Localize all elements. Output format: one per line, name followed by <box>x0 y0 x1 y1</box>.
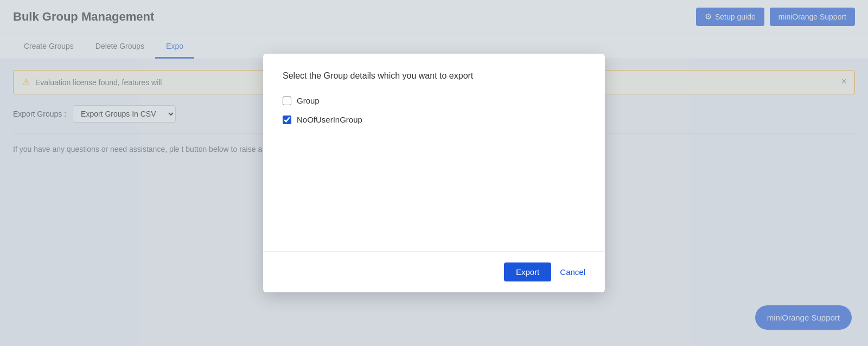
export-button[interactable]: Export <box>504 262 551 281</box>
checkbox-group[interactable] <box>283 97 291 105</box>
cancel-button[interactable]: Cancel <box>560 267 585 277</box>
modal-footer: Export Cancel <box>263 251 605 292</box>
checkbox-row-group: Group <box>283 96 585 105</box>
modal-body: Select the Group details which you want … <box>263 54 605 251</box>
page-background: Bulk Group Management Setup guide miniOr… <box>0 0 868 346</box>
checkbox-noofuseringroup[interactable] <box>283 116 291 124</box>
checkbox-group-label: Group <box>297 96 320 105</box>
modal-title: Select the Group details which you want … <box>283 71 585 81</box>
export-modal: Select the Group details which you want … <box>263 54 605 292</box>
modal-overlay: Select the Group details which you want … <box>0 0 868 346</box>
checkbox-row-noofuser: NoOfUserInGroup <box>283 115 585 124</box>
checkbox-noofuser-label: NoOfUserInGroup <box>297 115 362 124</box>
